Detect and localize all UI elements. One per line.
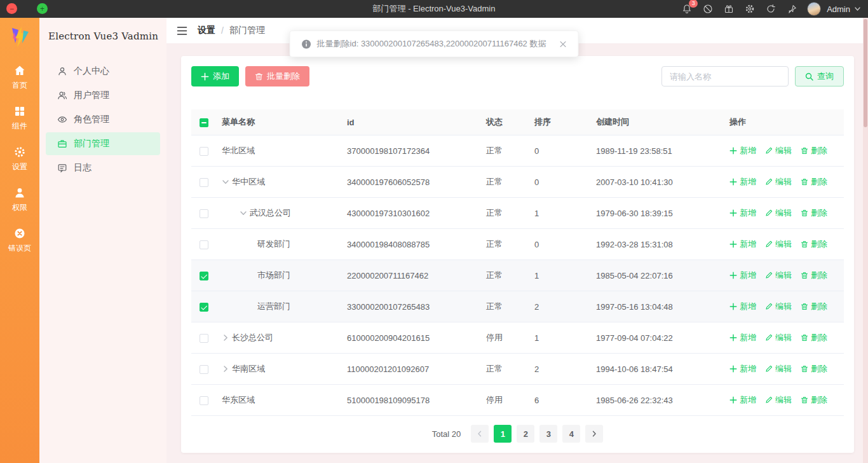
row-delete-link[interactable]: 删除 [801,145,827,156]
row-add-link[interactable]: 新增 [729,207,756,219]
row-checkbox[interactable] [200,303,208,312]
row-delete-link[interactable]: 删除 [801,207,827,219]
rail-item-permissions[interactable]: 权限 [0,179,39,220]
pagination-page-button[interactable]: 2 [517,425,534,443]
row-sort: 0 [529,229,591,260]
sidebar-item-users[interactable]: 用户管理 [46,84,160,107]
app-body: 首页 组件 设置 权限 错误页 Electron Vue3 Vadmin 个人中… [0,18,868,463]
row-checkbox[interactable] [200,240,208,249]
window-controls: − + [6,3,48,14]
pagination-page-button[interactable]: 3 [539,425,557,443]
toast-close-icon[interactable] [559,41,566,48]
user-name[interactable]: Admin [827,4,850,14]
rail-item-components[interactable]: 组件 [0,98,39,139]
row-status: 正常 [481,260,529,291]
row-checkbox[interactable] [200,147,208,156]
rail-item-settings[interactable]: 设置 [0,139,39,179]
row-id: 340000198408088785 [342,229,481,260]
pagination-page-button[interactable]: 1 [494,425,512,443]
row-checkbox[interactable] [200,396,208,405]
pagination-total: Total 20 [432,429,461,439]
scrollbar-thumb[interactable] [864,19,867,127]
row-checkbox[interactable] [200,209,208,218]
row-created: 1979-06-30 18:39:15 [591,198,724,229]
row-add-link[interactable]: 新增 [729,176,756,188]
refresh-icon[interactable] [765,3,776,15]
breadcrumb-item[interactable]: 设置 [198,25,215,36]
gear-icon[interactable] [744,3,756,15]
sidebar-item-departments[interactable]: 部门管理 [46,132,160,155]
table-row: 华北区域370000198107172364正常01989-11-19 23:5… [191,135,844,167]
row-delete-link[interactable]: 删除 [801,363,827,375]
add-button[interactable]: 添加 [191,66,239,86]
select-all-checkbox[interactable] [200,118,208,127]
expand-arrow-icon[interactable] [222,365,232,373]
rail-item-error[interactable]: 错误页 [0,220,39,261]
pin-icon[interactable] [786,3,797,15]
row-add-link[interactable]: 新增 [729,363,756,375]
sidebar-item-profile[interactable]: 个人中心 [46,60,160,83]
row-delete-link[interactable]: 删除 [801,394,827,406]
row-status: 正常 [481,354,529,385]
row-edit-link[interactable]: 编辑 [765,238,792,250]
chevron-down-icon[interactable] [855,7,860,11]
batch-delete-button[interactable]: 批量删除 [245,66,309,86]
rail-item-label: 错误页 [8,243,31,254]
app-logo [7,24,32,50]
row-created: 1989-11-19 23:58:51 [591,135,724,167]
row-sort: 0 [529,135,591,167]
row-add-link[interactable]: 新增 [729,145,756,156]
expand-arrow-icon[interactable] [222,178,232,186]
row-edit-link[interactable]: 编辑 [765,207,792,219]
row-delete-link[interactable]: 删除 [801,301,827,312]
search-input[interactable] [661,66,789,86]
gift-icon[interactable] [723,3,735,15]
table-row: 市场部门220000200711167462正常11985-05-04 22:0… [191,260,844,291]
row-name: 武汉总公司 [250,207,291,219]
row-add-link[interactable]: 新增 [729,394,756,406]
row-add-link[interactable]: 新增 [729,238,756,250]
row-checkbox[interactable] [200,365,208,374]
row-id: 340000197606052578 [342,167,481,198]
row-checkbox[interactable] [200,178,208,187]
row-edit-link[interactable]: 编辑 [765,301,792,312]
expand-arrow-icon[interactable] [240,209,250,217]
sidebar-item-logs[interactable]: 日志 [46,156,160,179]
row-edit-link[interactable]: 编辑 [765,270,792,281]
row-edit-link[interactable]: 编辑 [765,363,792,375]
row-add-link[interactable]: 新增 [729,301,756,312]
row-status: 正常 [481,167,529,198]
row-name: 华东区域 [222,394,255,406]
row-sort: 2 [529,291,591,322]
row-checkbox[interactable] [200,272,208,280]
row-delete-link[interactable]: 删除 [801,176,827,188]
window-zoom-button[interactable]: + [37,3,48,14]
row-add-link[interactable]: 新增 [729,332,756,343]
row-delete-link[interactable]: 删除 [801,238,827,250]
query-button[interactable]: 查询 [795,66,844,86]
row-delete-link[interactable]: 删除 [801,270,827,281]
row-edit-link[interactable]: 编辑 [765,332,792,343]
window-close-button[interactable]: − [6,3,17,14]
bell-icon[interactable]: 3 [681,3,693,15]
row-name: 华南区域 [232,363,265,375]
rail-item-home[interactable]: 首页 [0,57,39,98]
pagination-next-button[interactable] [585,425,603,443]
row-delete-link[interactable]: 删除 [801,332,827,343]
row-edit-link[interactable]: 编辑 [765,394,792,406]
toast-text: 批量删除id: 330000200107265483,2200002007111… [317,38,546,50]
row-edit-link[interactable]: 编辑 [765,176,792,188]
row-edit-link[interactable]: 编辑 [765,145,792,156]
avatar[interactable] [807,2,821,16]
pagination-page-button[interactable]: 4 [562,425,580,443]
sidebar-item-label: 个人中心 [74,66,109,77]
row-checkbox[interactable] [200,334,208,343]
row-add-link[interactable]: 新增 [729,270,756,281]
expand-arrow-icon[interactable] [222,334,232,342]
pagination-prev-button[interactable] [471,425,489,443]
row-id: 430000197310301602 [342,198,481,229]
sidebar-item-roles[interactable]: 角色管理 [46,108,160,131]
info-icon [302,39,311,49]
ban-icon[interactable] [702,3,714,15]
collapse-menu-icon[interactable] [177,26,187,36]
